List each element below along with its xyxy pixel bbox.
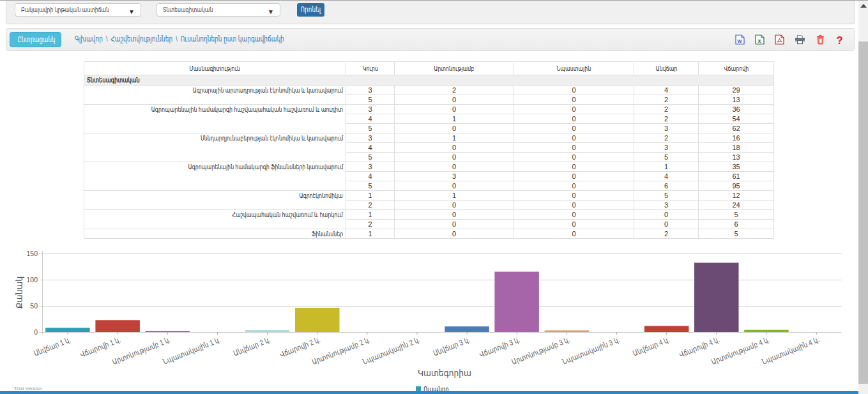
svg-text:Նպատակային 1 կ.: Նպատակային 1 կ. — [162, 335, 222, 367]
svg-text:0: 0 — [34, 328, 38, 336]
svg-text:Նպատակային 2 կ.: Նպատակային 2 կ. — [361, 335, 421, 367]
svg-text:Անվճար 2 կ.: Անվճար 2 կ. — [232, 335, 271, 358]
svg-text:w: w — [736, 38, 742, 44]
svg-text:Վճարովի 2 կ.: Վճարովի 2 կ. — [278, 335, 321, 360]
svg-text:Վճարովի 3 կ.: Վճարովի 3 կ. — [478, 335, 521, 360]
svg-text:Նպատակային 3 կ.: Նպատակային 3 կ. — [561, 335, 621, 367]
svg-text:Նպատակային 4 կ.: Նպատակային 4 կ. — [761, 335, 821, 367]
svg-text:Կատեգորիա: Կատեգորիա — [418, 368, 471, 378]
svg-text:100: 100 — [26, 276, 38, 284]
svg-text:?: ? — [836, 34, 842, 45]
svg-text:150: 150 — [26, 250, 38, 257]
svg-text:x: x — [758, 38, 761, 44]
svg-text:Անվճար 4 կ.: Անվճար 4 կ. — [632, 335, 671, 358]
svg-text:Անվճար 1 կ.: Անվճար 1 կ. — [33, 335, 72, 358]
svg-text:Քանակ: Քանակ — [14, 277, 24, 309]
svg-text:Վճարովի 1 կ.: Վճարովի 1 կ. — [79, 335, 121, 360]
svg-text:Վճարովի 4 կ.: Վճարովի 4 կ. — [678, 335, 720, 360]
svg-text:Անվճար 3 կ.: Անվճար 3 կ. — [432, 335, 471, 358]
svg-text:50: 50 — [30, 302, 38, 310]
